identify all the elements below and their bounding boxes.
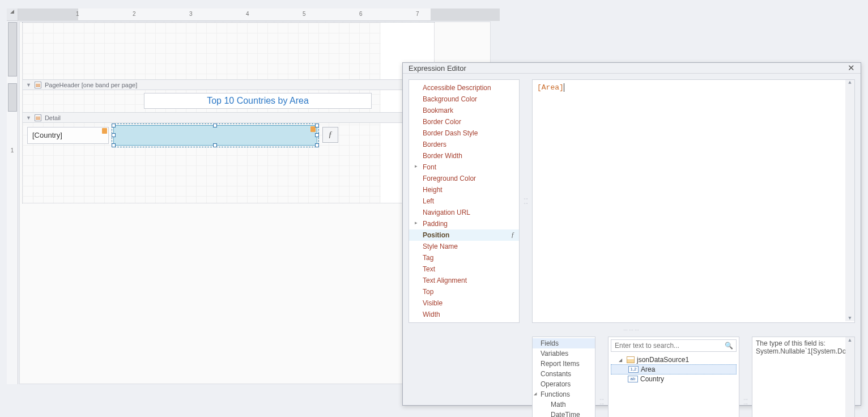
string-field-icon: ab [628, 376, 638, 382]
collapse-icon[interactable]: ▼ [26, 115, 31, 121]
property-item[interactable]: Foreground Color [409, 173, 519, 184]
vertical-splitter[interactable]: ⋮⋮ [600, 337, 603, 417]
fields-panel: 🔍 ◢ jsonDataSource1 1,2 Area ab Country [608, 337, 739, 417]
band-icon [35, 82, 41, 88]
dialog-title: Expression Editor [409, 64, 466, 73]
property-item[interactable]: Left [409, 195, 519, 207]
expander-icon[interactable]: ◢ [619, 358, 624, 363]
scroll-up-icon[interactable]: ▲ [848, 337, 853, 343]
report-page[interactable]: ▼ PageHeader [one band per page] Top 10 … [22, 22, 435, 203]
expression-button[interactable]: ƒ [322, 127, 338, 143]
property-item[interactable]: Font [409, 161, 519, 173]
country-field[interactable]: [Country] [27, 127, 109, 144]
scroll-down-icon[interactable]: ▼ [848, 316, 851, 321]
vertical-splitter[interactable]: ⋮⋮ [524, 79, 527, 323]
expression-editor-dialog: Expression Editor ✕ Accessible Descripti… [402, 62, 861, 406]
dialog-titlebar[interactable]: Expression Editor ✕ [403, 63, 861, 74]
search-input[interactable] [611, 339, 737, 352]
property-item[interactable]: Border Width [409, 150, 519, 161]
category-item[interactable]: Report Items [533, 359, 595, 369]
property-item[interactable]: Navigation URL [409, 207, 519, 218]
field-label: Area [641, 365, 655, 373]
band-label: Detail [45, 114, 61, 121]
property-item[interactable]: Border Color [409, 116, 519, 127]
search-icon: 🔍 [725, 342, 733, 350]
property-item[interactable]: Style Name [409, 241, 519, 252]
description-panel: The type of this field is: System.Nullab… [752, 337, 855, 417]
property-item[interactable]: Position [409, 229, 519, 241]
horizontal-splitter[interactable]: ⋯⋯⋯ [409, 327, 855, 332]
category-item[interactable]: Constants [533, 369, 595, 379]
property-item[interactable]: Borders [409, 139, 519, 150]
property-item[interactable]: Text [409, 263, 519, 275]
property-list[interactable]: Accessible DescriptionBackground ColorBo… [409, 79, 520, 323]
property-item[interactable]: Padding [409, 218, 519, 229]
category-panel[interactable]: FieldsVariablesReport ItemsConstantsOper… [532, 337, 595, 417]
property-item[interactable]: Tag [409, 252, 519, 263]
datasource-icon [627, 356, 635, 363]
property-item[interactable]: Border Dash Style [409, 127, 519, 139]
expression-textarea[interactable]: [Area] ▲ ▼ [532, 79, 855, 323]
horizontal-ruler: 1 2 3 4 5 6 7 [18, 8, 500, 21]
property-item[interactable]: Height [409, 184, 519, 195]
collapse-icon[interactable]: ▼ [26, 82, 31, 88]
property-item[interactable]: Accessible Description [409, 82, 519, 93]
property-item[interactable]: Background Color [409, 93, 519, 105]
vertical-ruler: 1 [7, 22, 18, 384]
scrollbar[interactable]: ▲ ▼ [845, 80, 854, 321]
vertical-splitter[interactable]: ⋮⋮ [744, 337, 747, 417]
description-text: The type of this field is: System.Nullab… [756, 339, 855, 355]
property-item[interactable]: Visible [409, 297, 519, 309]
property-item[interactable]: Bookmark [409, 105, 519, 116]
title-label[interactable]: Top 10 Countries by Area [144, 93, 372, 109]
datasource-label: jsonDataSource1 [637, 356, 689, 364]
band-header-pageheader[interactable]: ▼ PageHeader [one band per page] [23, 79, 434, 90]
expression-content: [Area] [537, 83, 564, 92]
scrollbar[interactable]: ▲ ▼ [845, 337, 854, 417]
numeric-field-icon: 1,2 [628, 366, 639, 373]
datasource-node[interactable]: ◢ jsonDataSource1 [611, 355, 737, 364]
band-icon [35, 114, 41, 121]
close-icon[interactable]: ✕ [848, 63, 855, 73]
data-bound-icon [102, 128, 107, 134]
scroll-up-icon[interactable]: ▲ [848, 80, 851, 86]
field-country[interactable]: ab Country [611, 375, 737, 384]
field-label: Country [640, 375, 664, 383]
property-item[interactable]: Text Alignment [409, 275, 519, 286]
property-item[interactable]: Top [409, 286, 519, 297]
category-item[interactable]: Fields [533, 338, 595, 348]
category-subitem[interactable]: Math [533, 399, 595, 410]
field-text: [Country] [32, 131, 62, 139]
ruler-corner: ◢ [7, 8, 18, 21]
category-subitem[interactable]: DateTime [533, 410, 595, 417]
selected-element[interactable] [113, 125, 317, 146]
category-item[interactable]: Functions [533, 389, 595, 399]
category-item[interactable]: Variables [533, 348, 595, 359]
field-area[interactable]: 1,2 Area [611, 364, 737, 375]
property-item[interactable]: Width [409, 309, 519, 320]
category-item[interactable]: Operators [533, 379, 595, 389]
band-header-detail[interactable]: ▼ Detail [23, 112, 434, 123]
fields-tree[interactable]: ◢ jsonDataSource1 1,2 Area ab Country [609, 354, 739, 417]
band-label: PageHeader [one band per page] [45, 82, 137, 88]
